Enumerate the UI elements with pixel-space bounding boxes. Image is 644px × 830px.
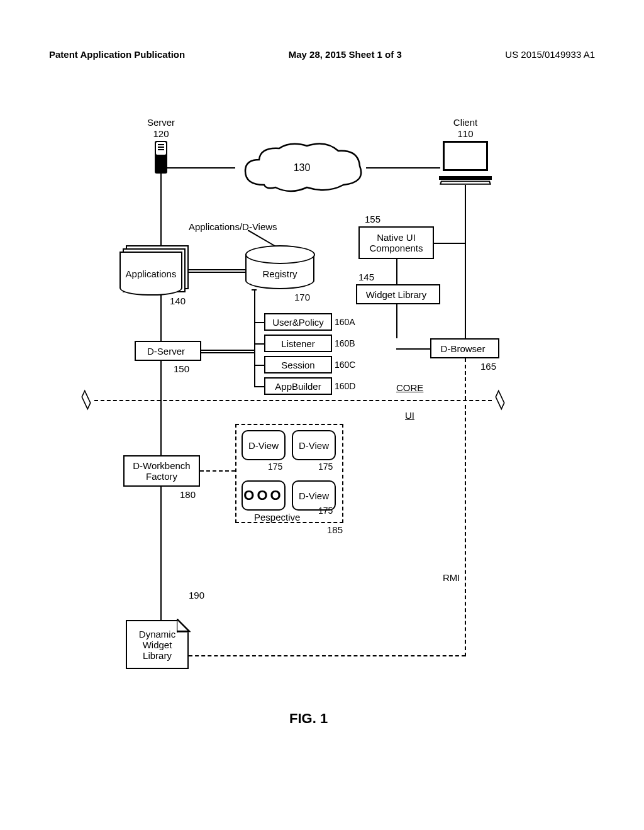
cloud-network: 130: [233, 138, 371, 197]
client-ref: 110: [447, 128, 484, 139]
d-view-2-ref: 175: [318, 462, 333, 472]
applications-text: Applications: [126, 268, 177, 279]
core-ui-divider: [94, 400, 492, 401]
client-label: Client: [447, 117, 484, 128]
applications-ref: 140: [170, 296, 186, 306]
ui-label: UI: [405, 410, 414, 421]
d-workbench-box: D-Workbench Factory: [123, 455, 200, 487]
diamond-right: [495, 390, 504, 411]
server-label: Server: [142, 117, 180, 128]
d-view-3-ref: 175: [318, 506, 333, 516]
user-policy-ref: 160A: [335, 317, 355, 327]
svg-marker-1: [177, 619, 189, 631]
user-policy-box: User&Policy: [264, 313, 332, 331]
registry-text: Registry: [262, 268, 297, 279]
d-view-more: OOO: [242, 480, 286, 511]
perspective-label: Pespective: [254, 512, 300, 523]
listener-box: Listener: [264, 335, 332, 352]
native-ui-box: Native UI Components: [358, 226, 434, 259]
cloud-ref: 130: [294, 162, 311, 174]
d-browser-box: D-Browser: [430, 338, 496, 358]
header-right: US 2015/0149933 A1: [505, 49, 595, 60]
d-view-2: D-View: [292, 430, 336, 460]
session-ref: 160C: [335, 360, 355, 370]
server-ref: 120: [142, 128, 180, 139]
header-left: Patent Application Publication: [49, 49, 185, 60]
widget-lib-ref: 145: [358, 272, 374, 282]
d-server-ref: 150: [174, 363, 189, 374]
d-view-1-ref: 175: [268, 462, 282, 472]
d-view-1: D-View: [242, 430, 286, 460]
native-ui-ref: 155: [365, 214, 380, 224]
figure-label: FIG. 1: [289, 711, 328, 727]
d-server-box: D-Server: [135, 341, 197, 361]
dogear-fold: [177, 619, 191, 633]
applications-stack: Applications: [119, 245, 189, 296]
registry-cylinder: Registry: [245, 254, 314, 289]
perspective-ref: 185: [327, 524, 343, 535]
server-icon: [155, 141, 167, 174]
header-center: May 28, 2015 Sheet 1 of 3: [289, 49, 402, 60]
appbuilder-box: AppBuilder: [264, 377, 332, 395]
page-header: Patent Application Publication May 28, 2…: [0, 49, 644, 60]
dyn-widget-ref: 190: [189, 590, 204, 600]
session-box: Session: [264, 356, 332, 374]
widget-library-box: Widget Library: [356, 284, 436, 304]
rmi-label: RMI: [443, 572, 460, 583]
diamond-left: [81, 390, 91, 411]
d-browser-ref: 165: [480, 361, 496, 372]
client-monitor-icon: [439, 141, 492, 185]
core-label: CORE: [396, 382, 423, 393]
appbuilder-ref: 160D: [335, 381, 355, 391]
listener-ref: 160B: [335, 338, 355, 348]
d-workbench-ref: 180: [180, 489, 196, 500]
figure-1-diagram: Server 120 Client 110 130 Applications/D…: [88, 107, 553, 711]
registry-ref: 170: [294, 292, 310, 302]
